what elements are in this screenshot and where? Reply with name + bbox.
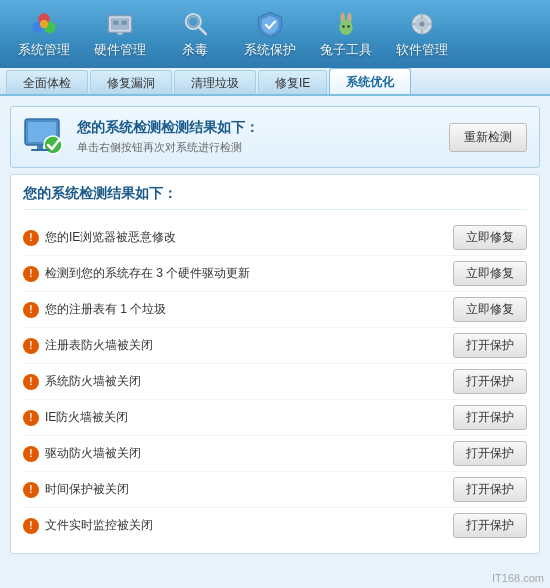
summary-title: 您的系统检测检测结果如下： (77, 119, 259, 137)
tab-full-check[interactable]: 全面体检 (6, 70, 88, 94)
action-button-file-monitor[interactable]: 打开保护 (453, 513, 527, 538)
warning-icon: ! (23, 518, 39, 534)
nav-label-hardware: 硬件管理 (94, 41, 146, 59)
result-row: !IE防火墙被关闭打开保护 (23, 400, 527, 436)
result-text-sys-firewall: 系统防火墙被关闭 (45, 373, 141, 390)
tab-repair-missing[interactable]: 修复漏洞 (90, 70, 172, 94)
svg-point-3 (40, 20, 48, 28)
results-list: !您的IE浏览器被恶意修改立即修复!检测到您的系统存在 3 个硬件驱动更新立即修… (23, 220, 527, 543)
svg-rect-29 (37, 145, 43, 149)
result-text-driver-update: 检测到您的系统存在 3 个硬件驱动更新 (45, 265, 250, 282)
result-row: !系统防火墙被关闭打开保护 (23, 364, 527, 400)
result-left-driver-update: !检测到您的系统存在 3 个硬件驱动更新 (23, 265, 453, 282)
svg-rect-6 (113, 21, 118, 25)
tab-system-optimize[interactable]: 系统优化 (329, 68, 411, 94)
watermark: IT168.com (492, 572, 544, 584)
nav-label-software: 软件管理 (396, 41, 448, 59)
svg-rect-8 (118, 32, 123, 35)
svg-point-21 (420, 22, 425, 27)
svg-point-28 (44, 136, 62, 154)
result-row: !您的IE浏览器被恶意修改立即修复 (23, 220, 527, 256)
warning-icon: ! (23, 410, 39, 426)
nav-item-rabbit[interactable]: 兔子工具 (310, 5, 382, 63)
nav-item-software[interactable]: 软件管理 (386, 5, 458, 63)
warning-icon: ! (23, 338, 39, 354)
top-navigation: 系统管理 硬件管理 杀毒 系统保护 (0, 0, 550, 68)
result-row: !文件实时监控被关闭打开保护 (23, 508, 527, 543)
result-text-ie-modified: 您的IE浏览器被恶意修改 (45, 229, 176, 246)
result-row: !时间保护被关闭打开保护 (23, 472, 527, 508)
result-text-reg-firewall: 注册表防火墙被关闭 (45, 337, 153, 354)
result-left-ie-modified: !您的IE浏览器被恶意修改 (23, 229, 453, 246)
svg-point-16 (348, 13, 351, 21)
nav-item-system-mgmt[interactable]: 系统管理 (8, 5, 80, 63)
main-content: 您的系统检测检测结果如下： 单击右侧按钮再次对系统进行检测 重新检测 您的系统检… (0, 96, 550, 588)
result-row: !检测到您的系统存在 3 个硬件驱动更新立即修复 (23, 256, 527, 292)
nav-item-antivirus[interactable]: 杀毒 (160, 5, 230, 63)
tab-bar: 全面体检 修复漏洞 清理垃圾 修复IE 系统优化 (0, 68, 550, 96)
action-button-driver-update[interactable]: 立即修复 (453, 261, 527, 286)
result-left-file-monitor: !文件实时监控被关闭 (23, 517, 453, 534)
warning-icon: ! (23, 302, 39, 318)
tab-clean-junk[interactable]: 清理垃圾 (174, 70, 256, 94)
svg-point-17 (342, 25, 345, 28)
result-left-sys-firewall: !系统防火墙被关闭 (23, 373, 453, 390)
warning-icon: ! (23, 482, 39, 498)
action-button-reg-firewall[interactable]: 打开保护 (453, 333, 527, 358)
results-section: 您的系统检测结果如下： !您的IE浏览器被恶意修改立即修复!检测到您的系统存在 … (10, 174, 540, 554)
warning-icon: ! (23, 266, 39, 282)
result-text-file-monitor: 文件实时监控被关闭 (45, 517, 153, 534)
result-left-reg-junk: !您的注册表有 1 个垃圾 (23, 301, 453, 318)
result-text-ie-firewall: IE防火墙被关闭 (45, 409, 128, 426)
result-left-ie-firewall: !IE防火墙被关闭 (23, 409, 453, 426)
action-button-ie-firewall[interactable]: 打开保护 (453, 405, 527, 430)
result-text-time-protect: 时间保护被关闭 (45, 481, 129, 498)
rescan-button[interactable]: 重新检测 (449, 123, 527, 152)
action-button-ie-modified[interactable]: 立即修复 (453, 225, 527, 250)
summary-box: 您的系统检测检测结果如下： 单击右侧按钮再次对系统进行检测 重新检测 (10, 106, 540, 168)
summary-left: 您的系统检测检测结果如下： 单击右侧按钮再次对系统进行检测 (23, 115, 259, 159)
nav-label-system: 系统管理 (18, 41, 70, 59)
nav-item-hardware[interactable]: 硬件管理 (84, 5, 156, 63)
svg-rect-7 (122, 21, 127, 25)
svg-point-15 (341, 13, 344, 21)
nav-item-protect[interactable]: 系统保护 (234, 5, 306, 63)
warning-icon: ! (23, 374, 39, 390)
result-row: !您的注册表有 1 个垃圾立即修复 (23, 292, 527, 328)
nav-label-protect: 系统保护 (244, 41, 296, 59)
result-left-time-protect: !时间保护被关闭 (23, 481, 453, 498)
summary-subtitle: 单击右侧按钮再次对系统进行检测 (77, 140, 259, 155)
warning-icon: ! (23, 446, 39, 462)
result-text-driver-firewall: 驱动防火墙被关闭 (45, 445, 141, 462)
result-text-reg-junk: 您的注册表有 1 个垃圾 (45, 301, 166, 318)
svg-line-10 (199, 27, 206, 34)
result-row: !驱动防火墙被关闭打开保护 (23, 436, 527, 472)
action-button-sys-firewall[interactable]: 打开保护 (453, 369, 527, 394)
monitor-icon (23, 115, 67, 159)
action-button-reg-junk[interactable]: 立即修复 (453, 297, 527, 322)
svg-rect-30 (31, 149, 49, 151)
warning-icon: ! (23, 230, 39, 246)
action-button-time-protect[interactable]: 打开保护 (453, 477, 527, 502)
nav-label-antivirus: 杀毒 (182, 41, 208, 59)
result-left-reg-firewall: !注册表防火墙被关闭 (23, 337, 453, 354)
results-title: 您的系统检测结果如下： (23, 185, 527, 210)
result-left-driver-firewall: !驱动防火墙被关闭 (23, 445, 453, 462)
svg-point-18 (347, 25, 350, 28)
result-row: !注册表防火墙被关闭打开保护 (23, 328, 527, 364)
nav-label-rabbit: 兔子工具 (320, 41, 372, 59)
svg-point-11 (188, 17, 198, 27)
action-button-driver-firewall[interactable]: 打开保护 (453, 441, 527, 466)
summary-text: 您的系统检测检测结果如下： 单击右侧按钮再次对系统进行检测 (77, 119, 259, 155)
tab-repair-ie[interactable]: 修复IE (258, 70, 327, 94)
